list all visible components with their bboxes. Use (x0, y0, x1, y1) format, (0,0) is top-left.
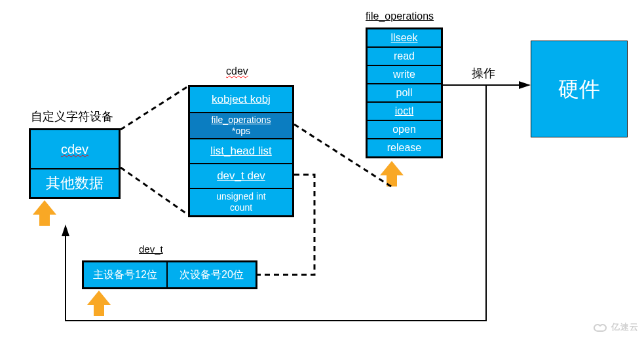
svg-line-0 (121, 86, 188, 130)
fop-write: write (367, 65, 442, 84)
devt-title: dev_t (139, 243, 163, 255)
cdev-listhead: list_head list (189, 139, 293, 164)
fop-ioctl: ioctl (367, 102, 442, 120)
custom-row-cdev: cdev (30, 130, 119, 169)
custom-device-title: 自定义字符设备 (31, 109, 113, 124)
watermark: 亿速云 (594, 321, 639, 333)
hardware-box: 硬件 (531, 41, 628, 137)
fileops-title: file_operations (366, 10, 434, 22)
operate-label: 操作 (472, 65, 495, 81)
fop-open: open (367, 120, 442, 139)
cdev-count: unsigned intcount (189, 188, 293, 216)
svg-line-1 (121, 168, 188, 215)
cdev-devt: dev_t dev (189, 164, 293, 188)
cdev-fileops-ptr: file_operations*ops (189, 113, 293, 139)
cdev-kobject: kobject kobj (189, 86, 293, 113)
devt-struct: 主设备号12位 次设备号20位 (82, 260, 257, 289)
devt-minor: 次设备号20位 (167, 262, 256, 288)
custom-row-other: 其他数据 (30, 169, 119, 198)
fop-release: release (367, 139, 442, 157)
custom-device-struct: cdev 其他数据 (29, 128, 121, 199)
fop-poll: poll (367, 84, 442, 102)
fileops-struct: llseek read write poll ioctl open releas… (366, 27, 443, 158)
devt-major: 主设备号12位 (83, 262, 167, 288)
cdev-title: cdev (226, 65, 248, 77)
fop-read: read (367, 47, 442, 65)
fop-llseek: llseek (367, 29, 442, 47)
cdev-struct: kobject kobj file_operations*ops list_he… (188, 85, 294, 217)
